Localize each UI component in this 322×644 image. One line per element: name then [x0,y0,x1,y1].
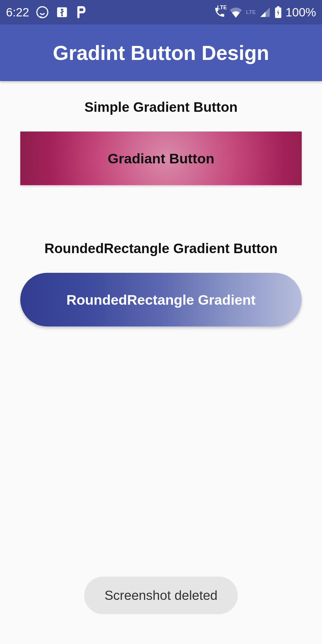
lte-dim-label: LTE [246,9,256,16]
status-bar: 6:22 LTE [0,0,322,24]
toast-message: Screenshot deleted [84,577,238,614]
wifi-icon [229,7,242,18]
app-title: Gradint Button Design [53,41,269,64]
svg-point-2 [61,15,63,16]
status-time: 6:22 [6,6,29,19]
app-bar: Gradint Button Design [0,24,322,81]
p-app-icon [75,6,88,19]
battery-percentage: 100% [286,6,316,19]
section-simple-gradient: Simple Gradient Button Gradiant Button [20,99,302,185]
usb-icon [55,6,69,19]
rounded-rectangle-gradient-button[interactable]: RoundedRectangle Gradient [20,273,302,326]
simple-gradient-heading: Simple Gradient Button [20,99,302,115]
simple-gradient-button[interactable]: Gradiant Button [20,131,302,185]
main-content: Simple Gradient Button Gradiant Button R… [0,99,322,326]
battery-charging-icon [274,6,282,18]
toast-text: Screenshot deleted [104,588,217,603]
svg-point-0 [37,7,48,18]
rounded-gradient-button-label: RoundedRectangle Gradient [66,292,256,308]
whatsapp-icon [36,6,49,19]
status-bar-right: LTE LTE 100% [214,6,316,19]
simple-gradient-button-label: Gradiant Button [108,150,214,167]
status-bar-left: 6:22 [6,6,88,19]
call-lte-icon: LTE [214,6,226,18]
section-rounded-gradient: RoundedRectangle Gradient Button Rounded… [20,240,302,326]
rounded-gradient-heading: RoundedRectangle Gradient Button [20,240,302,256]
signal-icon [259,7,271,18]
svg-rect-4 [277,6,279,8]
